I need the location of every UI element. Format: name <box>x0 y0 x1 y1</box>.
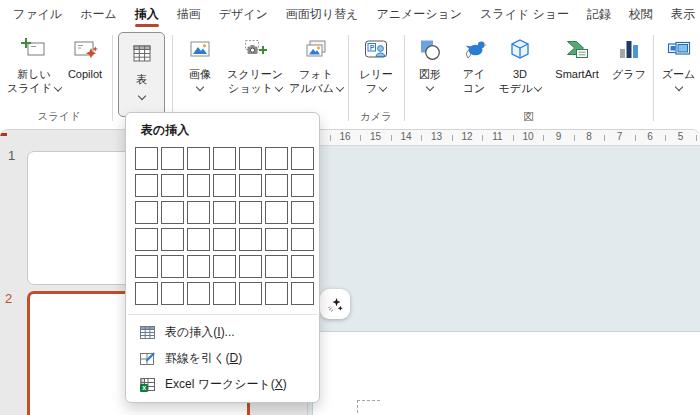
table-grid-cell[interactable] <box>239 282 262 305</box>
ruler-tick <box>696 135 697 141</box>
table-grid-cell[interactable] <box>291 228 314 251</box>
menu-tab[interactable]: 表示 <box>668 0 698 29</box>
ruler-number: 13 <box>429 131 445 142</box>
menu-item-draw-table[interactable]: 罫線を引く(D) <box>126 345 319 371</box>
table-grid-cell[interactable] <box>213 147 236 170</box>
table-grid-cell[interactable] <box>161 147 184 170</box>
table-grid-cell[interactable] <box>135 174 158 197</box>
icons-button[interactable]: アイ コン <box>453 32 495 112</box>
menu-tab-label: スライド ショー <box>480 6 569 23</box>
picture-button[interactable]: 画像 <box>178 32 222 112</box>
table-grid-cell[interactable] <box>291 201 314 224</box>
screenshot-button[interactable]: スクリーン ショット <box>224 32 286 112</box>
menu-tab[interactable]: ホーム <box>77 0 120 29</box>
smartart-button[interactable]: SmartArt <box>545 32 609 112</box>
ruler-tick <box>604 135 605 141</box>
table-grid-cell[interactable] <box>213 255 236 278</box>
table-grid-cell[interactable] <box>265 147 288 170</box>
table-grid-cell[interactable] <box>187 255 210 278</box>
zoom-button[interactable]: ズーム <box>657 32 700 112</box>
table-grid-cell[interactable] <box>161 201 184 224</box>
ruler-tick <box>665 135 666 141</box>
table-grid-cell[interactable] <box>291 147 314 170</box>
new-slide-icon <box>21 32 47 68</box>
new-slide-button[interactable]: 新しい スライド <box>8 32 60 112</box>
ruler-number: 5 <box>673 131 689 142</box>
table-grid-cell[interactable] <box>291 282 314 305</box>
table-grid-cell[interactable] <box>213 201 236 224</box>
table-grid-cell[interactable] <box>135 282 158 305</box>
menu-tab[interactable]: デザイン <box>216 0 271 29</box>
chevron-down-icon <box>336 83 344 91</box>
table-grid-cell[interactable] <box>187 201 210 224</box>
menu-tab-label: ファイル <box>13 6 62 23</box>
table-grid-cell[interactable] <box>265 282 288 305</box>
ruler-tick <box>635 135 636 141</box>
menu-tab[interactable]: ファイル <box>10 0 65 29</box>
table-grid-cell[interactable] <box>187 282 210 305</box>
slide-surface[interactable] <box>312 331 700 415</box>
chart-label: グラフ <box>612 68 646 82</box>
ruler-number: 15 <box>368 131 384 142</box>
menu-item-insert-table[interactable]: 表の挿入(I)... <box>126 319 319 345</box>
menu-tab[interactable]: 画面切り替え <box>283 0 362 29</box>
3d-model-button[interactable]: 3D モデル <box>497 32 543 112</box>
menu-tab[interactable]: 校閲 <box>626 0 656 29</box>
menu-tab[interactable]: スライド ショー <box>477 0 572 29</box>
slide-canvas: 1615141312111098765 <box>308 130 700 415</box>
table-grid-cell[interactable] <box>187 174 210 197</box>
table-grid-cell[interactable] <box>239 147 262 170</box>
table-grid-cell[interactable] <box>135 228 158 251</box>
table-grid-cell[interactable] <box>291 255 314 278</box>
table-grid-cell[interactable] <box>265 201 288 224</box>
table-grid-cell[interactable] <box>265 228 288 251</box>
new-slide-label-2: スライド <box>7 82 61 96</box>
table-grid-cell[interactable] <box>161 174 184 197</box>
menu-tab[interactable]: アニメーション <box>373 0 465 29</box>
designer-button[interactable] <box>320 289 350 319</box>
table-grid-cell[interactable] <box>213 174 236 197</box>
cameo-label-2: フ <box>366 82 386 96</box>
insert-table-dropdown: 表の挿入 表の挿入(I)... <box>125 112 320 403</box>
ruler-number: 7 <box>612 131 628 142</box>
cameo-button[interactable]: P レリー フ <box>352 32 400 112</box>
chevron-down-icon <box>426 82 434 90</box>
table-grid-cell[interactable] <box>239 174 262 197</box>
shapes-button[interactable]: 図形 <box>409 32 451 112</box>
table-grid-cell[interactable] <box>187 147 210 170</box>
photo-album-label-1: フォト <box>299 68 333 82</box>
copilot-button[interactable]: Copilot <box>60 32 110 112</box>
table-grid-cell[interactable] <box>135 255 158 278</box>
chart-icon <box>616 32 642 68</box>
table-grid-cell[interactable] <box>213 228 236 251</box>
photo-album-button[interactable]: フォト アルバム <box>286 32 346 112</box>
menu-tab[interactable]: 記録 <box>584 0 614 29</box>
menu-tab[interactable]: 描画 <box>174 0 204 29</box>
red-indicator <box>0 133 7 136</box>
table-grid-cell[interactable] <box>265 255 288 278</box>
table-grid-cell[interactable] <box>291 174 314 197</box>
menu-tab[interactable]: 挿入 <box>132 0 162 29</box>
table-grid-cell[interactable] <box>135 201 158 224</box>
chart-button[interactable]: グラフ <box>610 32 648 112</box>
screenshot-icon <box>242 32 268 68</box>
table-grid-cell[interactable] <box>161 255 184 278</box>
table-button[interactable]: 表 <box>118 32 165 117</box>
table-grid-cell[interactable] <box>135 147 158 170</box>
table-grid-cell[interactable] <box>265 174 288 197</box>
ruler-tick <box>421 135 422 141</box>
shapes-label: 図形 <box>419 68 441 82</box>
table-grid-cell[interactable] <box>239 228 262 251</box>
table-grid-cell[interactable] <box>213 282 236 305</box>
ruler-tick <box>574 135 575 141</box>
menu-item-excel-worksheet[interactable]: x Excel ワークシート(X) <box>126 371 319 397</box>
table-grid-cell[interactable] <box>239 255 262 278</box>
table-grid-cell[interactable] <box>187 228 210 251</box>
ruler-tick <box>452 135 453 141</box>
slide-number: 1 <box>8 148 15 163</box>
table-grid-cell[interactable] <box>161 228 184 251</box>
table-grid-cell[interactable] <box>239 201 262 224</box>
table-grid-cell[interactable] <box>161 282 184 305</box>
3d-model-label-1: 3D <box>513 68 527 82</box>
insert-table-dialog-icon <box>139 324 156 341</box>
